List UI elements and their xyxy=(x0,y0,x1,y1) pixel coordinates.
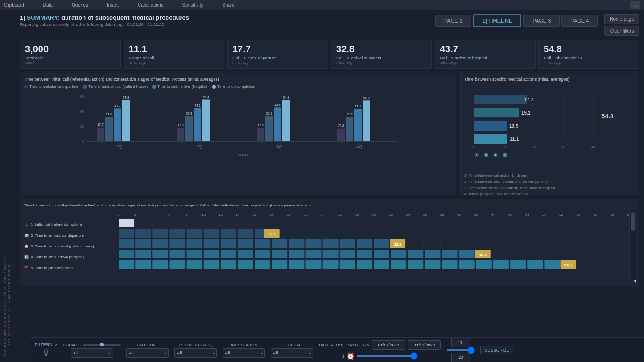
svg-rect-112 xyxy=(204,239,219,248)
timeline-row-label-2: 🏠3. Time to amb. arrival (patient house) xyxy=(24,241,118,251)
svg-rect-125 xyxy=(408,239,423,248)
svg-rect-119 xyxy=(323,239,339,248)
toolbar-data[interactable]: Data xyxy=(43,2,53,8)
kpi-arrival-patient-label: Call --> arrival to patient xyxy=(336,56,427,60)
toolbar-sensitivity[interactable]: Sensitivity xyxy=(182,2,203,8)
dispatch-select[interactable]: All xyxy=(71,348,113,358)
svg-rect-87 xyxy=(187,219,202,227)
tab-timeline[interactable]: 2| TIMELINE xyxy=(473,14,522,27)
num-filter-group xyxy=(446,338,475,362)
amb-station-select[interactable]: All xyxy=(223,348,265,358)
toolbar-clipboard[interactable]: Clipboard xyxy=(4,2,24,8)
toolbar-calculations[interactable]: Calculations xyxy=(138,2,163,8)
svg-rect-169 xyxy=(425,260,440,269)
scroll-down-icon[interactable]: ▼ xyxy=(633,278,635,279)
svg-rect-108 xyxy=(135,239,151,248)
svg-rect-144 xyxy=(408,250,423,258)
tab-page4[interactable]: PAGE 4 xyxy=(561,15,598,27)
scrollbar-thumb[interactable] xyxy=(631,212,635,231)
svg-text:14: 14 xyxy=(235,213,240,217)
svg-rect-111 xyxy=(187,239,202,248)
toolbar-insert[interactable]: Insert xyxy=(107,2,119,8)
timeline-title: Time between initial call (referential a… xyxy=(24,203,635,207)
svg-rect-121 xyxy=(357,239,372,248)
kpi-job-completion: 54.8 Call - job completion mins. avg. xyxy=(538,40,639,69)
svg-rect-132 xyxy=(204,250,219,258)
date-from-input[interactable] xyxy=(372,340,405,350)
dispatch-select-wrapper: All xyxy=(71,348,113,358)
bar-4q-3 xyxy=(354,109,362,141)
date-range-slider[interactable] xyxy=(356,355,418,357)
call-staff-select-wrapper: All xyxy=(126,348,169,358)
svg-text:43.7: 43.7 xyxy=(114,104,121,107)
svg-rect-88 xyxy=(204,219,219,227)
kpi-job-completion-sublabel: mins. avg. xyxy=(544,60,634,65)
kpi-total-calls-value: 3,000 xyxy=(25,44,116,55)
svg-text:32.6: 32.6 xyxy=(106,113,112,116)
svg-text:50: 50 xyxy=(542,213,547,217)
kpi-amb-departure: 17.7 Call --> amb. departure mins. avg. xyxy=(227,40,328,69)
toolbar-share[interactable]: Share xyxy=(222,2,235,8)
svg-text:17.9: 17.9 xyxy=(177,123,184,127)
svg-text:17.9: 17.9 xyxy=(257,123,264,127)
svg-rect-113 xyxy=(221,239,236,248)
svg-rect-136 xyxy=(272,250,287,258)
svg-text:0: 0 xyxy=(118,213,120,217)
svg-text:11.1: 11.1 xyxy=(510,137,519,142)
num-input-2[interactable] xyxy=(451,353,470,362)
date-to-input[interactable] xyxy=(408,340,441,350)
svg-rect-151 xyxy=(119,260,134,269)
bar-3q-2 xyxy=(265,116,273,141)
svg-text:44: 44 xyxy=(491,213,495,217)
svg-rect-161 xyxy=(289,260,304,269)
clock-icon[interactable]: ⏰ xyxy=(347,352,355,360)
svg-text:10: 10 xyxy=(502,145,506,149)
svg-text:33.3: 33.3 xyxy=(186,112,192,115)
chart-note-2: 2. Time between amb. depart. and arrival… xyxy=(464,179,635,185)
svg-rect-171 xyxy=(459,260,475,269)
bar-1q-1 xyxy=(97,128,104,141)
sidebar-text: POWER BI CHALLENGE #14 – EMERGENCY SERVI… xyxy=(3,252,11,357)
toolbar-more-icon[interactable]: ... xyxy=(630,1,640,9)
svg-rect-89 xyxy=(221,219,236,227)
svg-text:32.9: 32.9 xyxy=(266,112,272,115)
filter-funnel-icon[interactable]: ⊽ xyxy=(43,348,49,358)
left-bar-chart: Time between initial call (referential a… xyxy=(20,73,456,195)
home-page-button[interactable]: Home page xyxy=(604,14,639,24)
position-select[interactable]: All xyxy=(174,348,217,358)
bar-4q-2 xyxy=(346,117,353,141)
left-sidebar: POWER BI CHALLENGE #14 – EMERGENCY SERVI… xyxy=(0,10,15,362)
svg-rect-131 xyxy=(187,250,202,258)
info-icon[interactable]: ℹ xyxy=(342,353,345,359)
legend-dot-1 xyxy=(83,85,87,89)
hospital-filter-group: HOSPITAL All xyxy=(271,343,313,358)
svg-rect-140 xyxy=(340,250,355,258)
svg-rect-134 xyxy=(238,250,253,258)
svg-rect-147 xyxy=(459,250,475,258)
call-staff-select[interactable]: All xyxy=(126,348,169,358)
toolbar-queries[interactable]: Queries xyxy=(72,2,88,8)
tab-page3[interactable]: PAGE 3 xyxy=(523,15,560,27)
legend-label-2: Time to amb. arrival (hospital) xyxy=(157,84,207,89)
row1-cell0 xyxy=(119,219,134,227)
tab-page1[interactable]: PAGE 1 xyxy=(435,15,471,27)
clear-filters-button[interactable]: Clear filters xyxy=(604,26,639,36)
svg-rect-85 xyxy=(152,219,168,227)
svg-rect-172 xyxy=(476,260,492,269)
subscribe-button[interactable]: SUBSCRIBE xyxy=(480,346,513,354)
svg-rect-105 xyxy=(298,229,314,238)
num-slider[interactable] xyxy=(446,349,475,351)
bar-3q-4 xyxy=(282,100,290,142)
hospital-select[interactable]: All xyxy=(271,348,313,358)
bar-2q-2 xyxy=(185,116,193,141)
right-bar-2 xyxy=(474,108,519,117)
dispatch-slider[interactable] xyxy=(83,344,121,346)
kpi-total-calls-label: Total calls xyxy=(25,56,116,60)
kpi-job-completion-label: Call - job completion xyxy=(544,56,634,60)
kpi-length-call-label: Length of call xyxy=(129,56,219,60)
bar-chart-svg: 60 40 20 0 17.7 32.6 43.7 xyxy=(24,91,452,167)
bar-3q-1 xyxy=(257,128,264,141)
svg-rect-96 xyxy=(169,229,185,238)
svg-text:42: 42 xyxy=(474,213,479,217)
timeline-scrollbar[interactable]: ▼ xyxy=(629,210,635,279)
